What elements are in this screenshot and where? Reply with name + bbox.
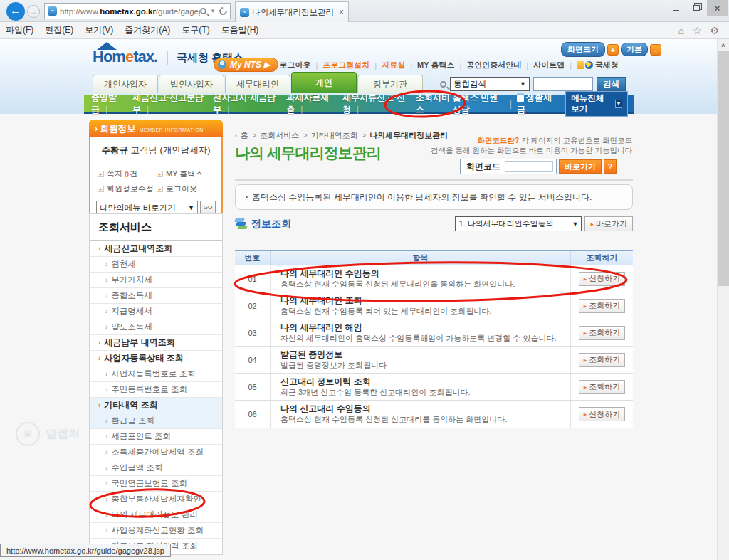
chevron-down-icon[interactable]: ▼ [210,8,216,14]
sidebar-menu-item[interactable]: › 세금신고내역조회 [90,241,222,257]
sidebar-menu-item[interactable]: › 사업용계좌신고현황 조회 [90,523,222,539]
member-link[interactable]: ▸ 로그아웃 [157,184,216,194]
breadcrumb-item[interactable]: 조회서비스 [260,130,310,141]
browser-menu-item[interactable]: 도움말(H) [221,24,259,36]
browser-menu-item[interactable]: 보기(V) [85,24,113,36]
search-input[interactable] [533,77,593,91]
search-icon[interactable] [200,8,206,14]
sidebar-menu-item[interactable]: › 소득세중간예납세액 조회 [90,445,222,460]
site-tab[interactable]: 개인 [291,72,357,93]
forward-button[interactable]: → [27,5,40,18]
row-action-button[interactable]: ▸조회하기 [579,380,626,394]
sidebar-menu-item[interactable]: › 주민등록번호로 조회 [90,382,222,398]
utility-link[interactable]: 국세청 [577,60,619,70]
tools-gear-icon[interactable]: ⚙ [710,25,719,36]
row-action-button[interactable]: ▸신청하기 [579,407,626,421]
my-nts-button[interactable]: My NTS ▶ [214,58,278,72]
restore-button[interactable] [686,0,707,16]
site-tabs: 개인사업자법인사업자세무대리인개인정부기관 [93,75,424,93]
sidebar-menu-item[interactable]: › 세금납부 내역조회 [90,335,222,351]
go-button[interactable]: GO [200,201,216,215]
row-description: 발급된 증명정보가 조회됩니다 [280,360,570,370]
search-scope-select[interactable]: 통합검색▼ [450,77,530,91]
nav-menu-item[interactable]: 전자고지·세금납부 [213,92,286,116]
sidebar-menu-item[interactable]: › 사업자등록상태 조회 [90,351,222,366]
all-menu-button[interactable]: 메뉴전체보기▼ [565,91,628,117]
nav-lifetax-link[interactable]: 생활세금 [517,92,553,116]
back-button[interactable]: ← [6,2,25,21]
sidebar-menu-item[interactable]: › 사업자등록번호로 조회 [90,366,222,382]
sidebar-menu-item[interactable]: › 환급금 조회 [90,413,222,429]
arrow-icon: ▸ [584,329,587,337]
home-icon[interactable]: ⌂ [678,25,683,36]
scrollbar-thumb[interactable] [718,51,729,286]
favorites-star-icon[interactable]: ☆ [693,25,702,36]
close-button[interactable]: × [707,0,728,16]
sidebar-menu-item[interactable]: › 수입금액 조회 [90,460,222,476]
quick-link-select[interactable]: 1. 나의세무대리인수임동의▼ [455,216,582,231]
help-question-button[interactable]: ? [604,159,617,174]
screen-code-go-button[interactable]: 바로가기 [559,159,602,174]
scroll-up-arrow[interactable]: ˄ [718,39,729,51]
member-link[interactable]: ▸ MY 홈택스 [157,169,216,179]
browser-tab[interactable]: ~ 나의세무대리정보관리 | 국... × [235,1,349,22]
nav-menu-item[interactable]: 조회서비스 [416,92,453,116]
nav-menu-item[interactable]: 증명발급 [91,92,132,116]
sidebar-menu-item[interactable]: › 기타내역 조회 [90,398,222,413]
refresh-icon[interactable] [218,6,229,16]
utility-link[interactable]: 공인인증서안내 [466,60,533,70]
zoom-default-button[interactable]: 기본 [621,43,648,56]
calculator-icon [517,93,524,102]
sidebar-menu-item[interactable]: › 지급명세서 [90,304,222,319]
row-action-button[interactable]: ▸조회하기 [579,326,626,340]
sidebar-menu-item[interactable]: › 국민연금보험료 조회 [90,476,222,492]
arrow-icon: › [105,511,107,519]
sidebar-menu-item[interactable]: › 나의 세무대리정보 관리 [90,507,222,523]
tab-close-icon[interactable]: × [339,7,344,17]
browser-menu-item[interactable]: 파일(F) [6,24,33,36]
sidebar-menu-item[interactable]: › 원천세 [90,257,222,273]
url-text[interactable]: http://www.hometax.go.kr/guide/gagegv51.… [60,7,200,16]
sidebar-menu-item[interactable]: › 종합소득세 [90,288,222,304]
sidebar-menu-item[interactable]: › 세금포인트 조회 [90,429,222,445]
browser-menu-item[interactable]: 편집(E) [45,24,73,36]
sidebar-menu-item[interactable]: › 종합부동산세납세자확인 [90,492,222,507]
vertical-scrollbar[interactable]: ˄ [717,39,729,560]
utility-link[interactable]: 로그아웃 [279,60,322,70]
browser-menu-item[interactable]: 도구(T) [182,24,209,36]
nav-menu-item[interactable]: 세금신고·신고분납부 [132,92,213,116]
row-action-button[interactable]: ▸신청하기 [579,272,626,286]
zoom-in-button[interactable]: + [607,44,619,56]
site-tab[interactable]: 개인사업자 [93,75,158,93]
arrow-icon: › [105,527,107,534]
quick-go-button[interactable]: ▸바로가기 [584,216,633,231]
sidebar-menu-item[interactable]: › 양도소득세 [90,319,222,335]
nav-menu-item[interactable]: 과세자료제출 [286,92,342,116]
breadcrumb-item[interactable]: 홈 [241,130,260,141]
screen-code-input[interactable] [505,161,553,172]
zoom-out-button[interactable]: - [650,44,661,56]
member-link[interactable]: ▸ 회원정보수정 [98,184,157,194]
utility-link[interactable]: MY 홈택스 [417,60,466,70]
browser-menu-item[interactable]: 즐겨찾기(A) [125,24,170,36]
utility-link[interactable]: 프로그램설치 [322,60,382,70]
row-action-button[interactable]: ▸조회하기 [579,353,626,367]
nav-menu-item[interactable]: 세무서류신고·신청 [342,92,416,116]
service-description: 홈택스상 수임등록된 세무대리인이 이용한 납세자의 정보를 확인할 수 있는 … [235,184,633,210]
screen-size-button[interactable]: 화면크기 [561,42,605,57]
site-tab[interactable]: 법인사업자 [159,75,224,93]
breadcrumb-item[interactable]: 기타내역조회 [311,130,369,141]
nav-consult-link[interactable]: 홈택스 민원상담 [453,92,505,116]
utility-link[interactable]: 사이트맵 [533,60,577,70]
my-menu-select[interactable]: 나만의메뉴 바로가기▼ [96,201,198,215]
sidebar-menu-item[interactable]: › 부가가치세 [90,273,222,288]
utility-link[interactable]: 자료실 [382,60,417,70]
site-tab[interactable]: 정부기관 [357,75,423,93]
nts-badge-icon [577,61,593,69]
address-bar[interactable]: ~ http://www.hometax.go.kr/guide/gagegv5… [44,3,231,19]
search-button[interactable]: 검색 [597,77,626,91]
member-link[interactable]: ▸ 쪽지0건 [98,169,157,179]
minimize-button[interactable] [666,0,686,16]
site-tab[interactable]: 세무대리인 [225,75,290,93]
row-action-button[interactable]: ▸조회하기 [579,299,626,313]
